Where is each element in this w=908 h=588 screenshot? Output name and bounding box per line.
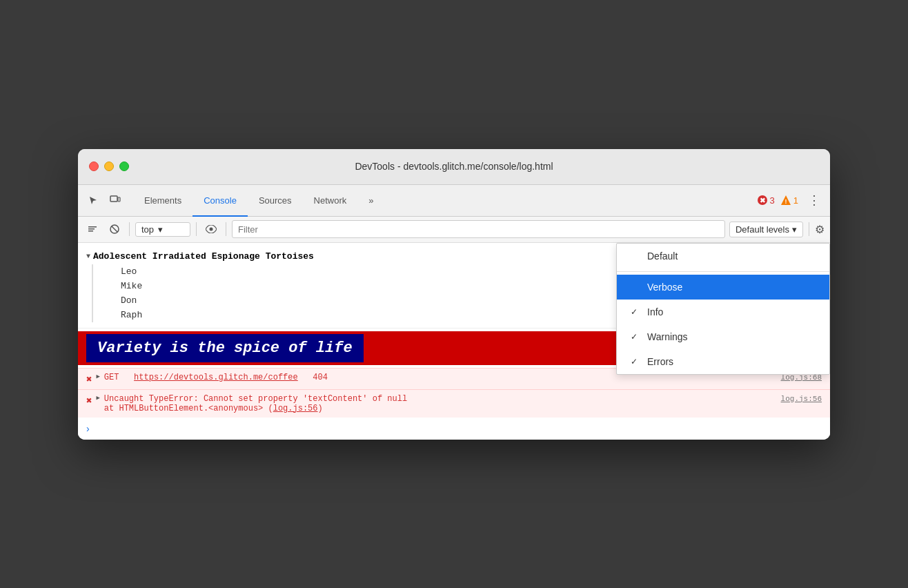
tab-console[interactable]: Console (193, 186, 248, 217)
error-stack: at HTMLButtonElement.<anonymous> (log.js… (104, 404, 777, 413)
dropdown-item-verbose[interactable]: Verbose (617, 275, 829, 300)
dropdown-item-info[interactable]: ✓ Info (617, 300, 829, 324)
error-circle-icon: ✖ (757, 195, 768, 206)
levels-dropdown: Default Verbose ✓ Info ✓ Warnings ✓ Erro… (616, 243, 830, 375)
svg-rect-1 (118, 197, 120, 202)
title-bar: DevTools - devtools.glitch.me/console/lo… (78, 149, 830, 185)
error-row-2: ✖ ▶ Uncaught TypeError: Cannot set prope… (78, 389, 830, 418)
svg-rect-7 (88, 228, 95, 230)
devtools-window: DevTools - devtools.glitch.me/console/lo… (78, 149, 830, 440)
error-icon-1: ✖ (86, 373, 92, 385)
error-file-link-2[interactable]: log.js:56 (781, 395, 822, 403)
maximize-button[interactable] (119, 161, 129, 171)
tree-expand-icon: ▼ (86, 253, 90, 260)
dropdown-separator (617, 271, 829, 272)
console-content: ▼ Adolescent Irradiated Espionage Tortoi… (78, 243, 830, 440)
error-line-2: log.js:56 (781, 394, 822, 404)
check-icon-info: ✓ (631, 307, 642, 317)
check-icon-warnings: ✓ (631, 332, 642, 342)
settings-icon[interactable]: ⚙ (815, 223, 825, 236)
svg-line-10 (112, 226, 117, 232)
svg-point-11 (210, 228, 213, 231)
svg-rect-6 (88, 226, 97, 228)
device-icon[interactable] (106, 190, 125, 210)
dropdown-item-default[interactable]: Default (617, 244, 829, 268)
expand-icon-2[interactable]: ▶ (96, 394, 99, 402)
expand-icon-1[interactable]: ▶ (96, 373, 99, 380)
error-icon-2: ✖ (86, 395, 92, 406)
error-content-2: Uncaught TypeError: Cannot set property … (104, 394, 777, 413)
prompt-arrow-icon: › (86, 423, 90, 434)
minimize-button[interactable] (104, 161, 114, 171)
dropdown-item-warnings[interactable]: ✓ Warnings (617, 324, 829, 349)
dropdown-item-errors[interactable]: ✓ Errors (617, 349, 829, 374)
toolbar-divider-2 (196, 222, 197, 236)
tab-elements[interactable]: Elements (133, 186, 193, 217)
tab-more[interactable]: » (357, 186, 384, 217)
tab-network[interactable]: Network (303, 186, 358, 217)
toolbar-divider-4 (809, 222, 809, 236)
toolbar-divider-3 (226, 222, 226, 236)
tab-sources[interactable]: Sources (248, 186, 303, 217)
filter-input[interactable] (232, 220, 725, 238)
window-title: DevTools - devtools.glitch.me/console/lo… (355, 161, 553, 172)
variety-text: Variety is the spice of life (86, 334, 364, 362)
error-stack-link[interactable]: log.js:56 (273, 404, 318, 413)
cursor-icon[interactable] (83, 190, 103, 210)
levels-dropdown-button[interactable]: Default levels ▾ (729, 222, 803, 237)
svg-rect-8 (88, 231, 93, 232)
tab-bar-icons (83, 185, 133, 216)
svg-rect-0 (110, 196, 117, 202)
eye-icon[interactable] (202, 220, 220, 238)
warning-badge: ! 1 (780, 195, 798, 206)
stop-icon[interactable] (106, 220, 124, 238)
console-toolbar: top ▾ Default levels ▾ ⚙ (78, 217, 830, 243)
console-input-row: › (78, 418, 830, 440)
traffic-lights (89, 161, 129, 171)
error-badge: ✖ 3 (757, 195, 775, 206)
context-select[interactable]: top ▾ (135, 222, 190, 237)
error-url-link[interactable]: https://devtools.glitch.me/coffee (134, 373, 298, 382)
tab-bar: Elements Console Sources Network » ✖ 3 (78, 185, 830, 217)
kebab-menu-icon[interactable]: ⋮ (804, 193, 825, 208)
clear-console-icon[interactable] (83, 220, 101, 238)
tab-bar-right: ✖ 3 ! 1 ⋮ (757, 185, 825, 216)
svg-text:!: ! (784, 198, 787, 205)
close-button[interactable] (89, 161, 99, 171)
check-icon-errors: ✓ (631, 357, 642, 366)
warning-triangle-icon: ! (780, 195, 791, 206)
svg-text:✖: ✖ (760, 197, 766, 204)
toolbar-divider (129, 222, 130, 236)
